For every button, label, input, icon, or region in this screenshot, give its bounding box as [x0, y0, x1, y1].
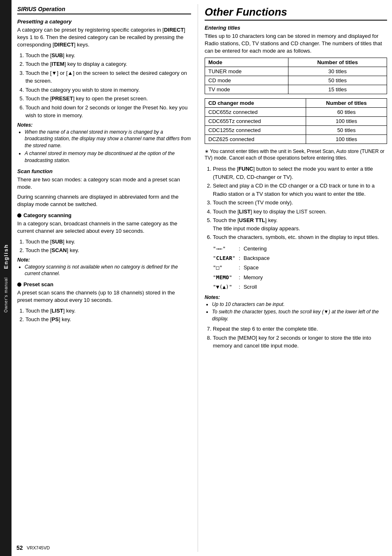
category-scanning-steps: Touch the [SUB] key. Touch the [SCAN] ke…: [25, 238, 191, 255]
quote-sym-clear: "CLEAR": [213, 253, 235, 263]
scan-title: Scan function: [17, 168, 191, 174]
preset-step-1: Touch the [LIST] key.: [25, 307, 191, 315]
entering-step-3: Touch the screen (TV mode only).: [213, 199, 387, 207]
mode-tv: TV mode: [205, 85, 288, 94]
category-scanning-label: Category scanning: [23, 212, 71, 218]
titles-cdc655tz: 100 titles: [306, 116, 387, 125]
quote-sep5: :: [239, 282, 240, 292]
table-row: CDC655Tz connected 100 titles: [205, 116, 387, 125]
table-row: TV mode 15 titles: [205, 85, 387, 94]
cat-note-label: Note:: [17, 257, 191, 263]
preset-scan-header: Preset scan: [17, 281, 191, 287]
titles-cd: 50 titles: [288, 76, 387, 85]
sidebar: English Owner's manual: [0, 0, 12, 556]
presetting-step-3: Touch the [▼] or [▲] on the screen to se…: [25, 69, 191, 85]
preset-step-2: Touch the [PS] key.: [25, 315, 191, 324]
quote-scroll: "▼(▲)" : Scroll: [213, 282, 387, 292]
main-content: SIRIUS Operation Presetting a category A…: [12, 0, 392, 556]
cd-changer-header-2: Number of titles: [306, 98, 387, 107]
entering-step-7: Repeat the step 6 to enter the complete …: [213, 325, 387, 333]
scan-para2: During scanning channels are displayed i…: [17, 193, 191, 208]
mode-cd: CD mode: [205, 76, 288, 85]
entering-step5-sub: The title input mode display appears.: [213, 225, 300, 232]
quote-memo: "MEMO" : Memory: [213, 273, 387, 282]
entering-notes: Up to 10 characters can be input. To swi…: [212, 301, 387, 322]
quote-desc-scroll: Scroll: [244, 282, 387, 292]
quote-desc-clear: Backspace: [244, 253, 387, 263]
mode-table-header-2: Number of titles: [288, 58, 387, 67]
mode-tuner: TUNER mode: [205, 67, 288, 76]
presetting-step-1: Touch the [SUB] key.: [25, 51, 191, 60]
preset-scan-para: A preset scan scans the channels (up to …: [17, 289, 191, 304]
quote-sep2: :: [239, 253, 240, 263]
entering-step-2: Select and play a CD in the CD changer o…: [213, 182, 387, 198]
quote-sep4: :: [239, 273, 240, 282]
table-row: CD mode 50 titles: [205, 76, 387, 85]
cd-changer-table: CD changer mode Number of titles CDC655z…: [205, 98, 387, 144]
page-model: VRX745VD: [27, 545, 50, 550]
entering-step-8: Touch the [MEMO] key for 2 seconds or lo…: [213, 334, 387, 350]
presetting-step-4: Touch the category you wish to store in …: [25, 86, 191, 94]
sirius-section-title: SIRIUS Operation: [17, 6, 191, 14]
table-row: TUNER mode 30 titles: [205, 67, 387, 76]
entering-steps: Press the [FUNC] button to select the mo…: [213, 165, 387, 241]
right-column: Other Functions Entering titles Titles u…: [198, 4, 387, 552]
entering-note-2: To switch the character types, touch the…: [212, 308, 387, 322]
presetting-note-1: When the name of a channel stored in mem…: [25, 129, 191, 149]
cat-step-1: Touch the [SUB] key.: [25, 238, 191, 246]
quote-desc-memo: Memory: [244, 273, 387, 282]
bullet-icon: [17, 213, 21, 218]
quote-desc-centering: Centering: [244, 244, 387, 253]
entering-step-4: Touch the [LIST] key to display the LIST…: [213, 208, 387, 216]
quote-sym-memo: "MEMO": [213, 273, 235, 282]
quote-list: "→←" : Centering "CLEAR" : Backspace "□"…: [213, 244, 387, 292]
cdc1255z: CDC1255z connected: [205, 125, 306, 134]
category-scanning-para: In a category scan, broadcast channels i…: [17, 220, 191, 235]
quote-space: "□" : Space: [213, 263, 387, 272]
cd-changer-header-1: CD changer mode: [205, 98, 306, 107]
sidebar-english-label: English: [3, 244, 9, 269]
sidebar-owners-label: Owner's manual: [4, 277, 8, 313]
presetting-intro: A category can be preset by registering …: [17, 26, 191, 49]
preset-scan-steps: Touch the [LIST] key. Touch the [PS] key…: [25, 307, 191, 324]
other-functions-title: Other Functions: [205, 6, 387, 21]
presetting-note-2: A channel stored in memory may be discon…: [25, 150, 191, 164]
presetting-title: Presetting a category: [17, 19, 191, 25]
entering-notes-label: Notes:: [205, 294, 387, 300]
entering-step-6: Touch the characters, symbols, etc. show…: [213, 233, 387, 241]
entering-intro: Titles up to 10 characters long can be s…: [205, 32, 387, 55]
mode-table-header-1: Mode: [205, 58, 288, 67]
left-column: SIRIUS Operation Presetting a category A…: [17, 4, 198, 552]
preset-bullet-icon: [17, 283, 21, 287]
presetting-notes-label: Notes:: [17, 122, 191, 128]
preset-scan-label: Preset scan: [23, 281, 53, 287]
titles-dcz625: 100 titles: [306, 134, 387, 144]
titles-cdc655z: 60 titles: [306, 107, 387, 116]
quote-sep3: :: [239, 263, 240, 272]
entering-note-1: Up to 10 characters can be input.: [212, 301, 387, 308]
quote-desc-space: Space: [244, 263, 387, 272]
table-row: CDC1255z connected 50 titles: [205, 125, 387, 134]
presetting-notes: When the name of a channel stored in mem…: [25, 129, 191, 164]
page-number: 52: [16, 544, 23, 551]
asterisk-note: ∗ You cannot enter titles with the unit …: [205, 148, 387, 162]
titles-tv: 15 titles: [288, 85, 387, 94]
quote-sep: :: [239, 244, 240, 253]
mode-table: Mode Number of titles TUNER mode 30 titl…: [205, 58, 387, 94]
table-row: DCZ625 connected 100 titles: [205, 134, 387, 144]
titles-tuner: 30 titles: [288, 67, 387, 76]
presetting-step-5: Touch the [PRESET] key to open the prese…: [25, 95, 191, 103]
category-scanning-header: Category scanning: [17, 212, 191, 218]
entering-steps-cont: Repeat the step 6 to enter the complete …: [213, 325, 387, 350]
cdc655tz: CDC655Tz connected: [205, 116, 306, 125]
quote-clear: "CLEAR" : Backspace: [213, 253, 387, 263]
dcz625: DCZ625 connected: [205, 134, 306, 144]
entering-title: Entering titles: [205, 25, 387, 31]
quote-sym-centering: "→←": [213, 244, 235, 253]
quote-centering: "→←" : Centering: [213, 244, 387, 253]
table-row: CDC655z connected 60 titles: [205, 107, 387, 116]
presetting-step-6: Touch and hold down for 2 seconds or lon…: [25, 104, 191, 120]
titles-cdc1255z: 50 titles: [306, 125, 387, 134]
quote-sym-scroll: "▼(▲)": [213, 282, 235, 292]
quote-sym-space: "□": [213, 263, 235, 272]
